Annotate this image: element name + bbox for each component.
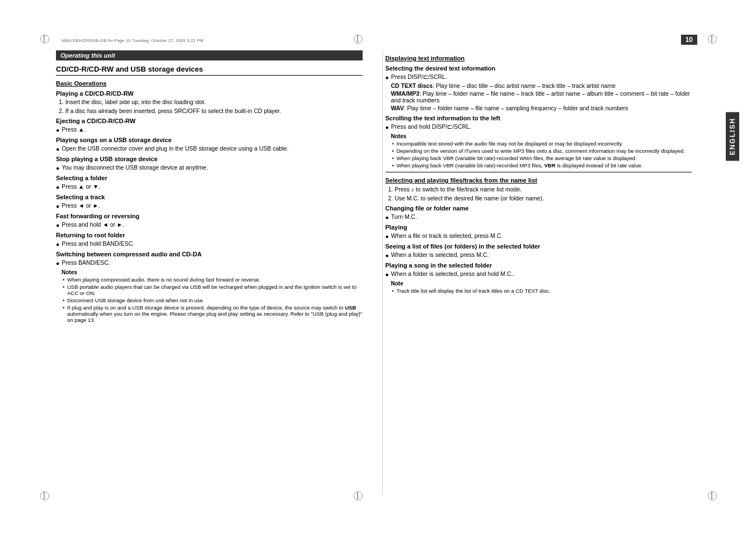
right-column: Displaying text information Selecting th… (382, 50, 692, 495)
reg-mark-tr (707, 34, 717, 44)
ejecting-cd-text: Press ▲. (62, 126, 86, 133)
bullet-dot12: ● (386, 233, 389, 240)
stop-usb-text: You may disconnect the USB storage devic… (62, 164, 208, 171)
selecting-desired-heading: Selecting the desired text information (386, 65, 692, 72)
bullet-dot9: ● (386, 74, 389, 81)
scroll-note-1: Incompatible text stored with the audio … (391, 140, 692, 147)
playing-usb-heading: Playing songs on a USB storage device (56, 137, 363, 143)
seeing-list-bullet: ● When a folder is selected, press M.C. (386, 251, 692, 259)
bullet-dot4: ● (56, 184, 59, 190)
selecting-desired-text: Press DISP/⊏/SCRL. (391, 73, 447, 81)
content-area: Operating this unit CD/CD-R/CD-RW and US… (56, 50, 692, 495)
playing-usb-bullet: ● Open the USB connector cover and plug … (56, 145, 363, 152)
changing-file-heading: Changing file or folder name (386, 205, 692, 212)
scrolling-notes: Notes Incompatible text stored with the … (391, 133, 692, 168)
wma-mp3-line: WMA/MP3: Play time – folder name – file … (386, 90, 692, 104)
bullet-dot14: ● (386, 271, 389, 278)
displaying-text-heading: Displaying text information (386, 55, 692, 62)
switching-text: Press BAND/ESC. (62, 259, 110, 266)
selecting-track-heading: Selecting a track (56, 194, 363, 200)
scrolling-bullet: ● Press and hold DISP/⊏/SCRL. (386, 123, 692, 130)
playing-song-heading: Playing a song in the selected folder (386, 262, 692, 269)
selecting-folder-heading: Selecting a folder (56, 175, 363, 181)
bullet-dot13: ● (386, 252, 389, 259)
playing-cd-step2: 2. If a disc has already been inserted, … (56, 107, 363, 114)
playing-cd-heading: Playing a CD/CD-R/CD-RW (56, 90, 363, 97)
bullet-dot2: ● (56, 146, 59, 152)
playing-text: When a file or track is selected, press … (391, 232, 503, 240)
selecting-playing-step2: 2. Use M.C. to select the desired file n… (386, 195, 692, 202)
scrolling-text: Press and hold DISP/⊏/SCRL. (391, 123, 471, 130)
note-item-2: USB portable audio players that can be c… (62, 284, 363, 296)
playing-cd-step1: 1. Insert the disc, label side up, into … (56, 99, 363, 105)
stop-usb-heading: Stop playing a USB storage device (56, 156, 363, 162)
language-tab: ENGLISH (726, 112, 739, 161)
section-header: Operating this unit (56, 50, 363, 60)
note-item-4: If plug and play is on and a USB storage… (62, 305, 363, 323)
scroll-note-4: When playing back VBR (variable bit rate… (391, 162, 692, 168)
reg-mark-tm (353, 34, 363, 44)
bullet-dot5: ● (56, 203, 59, 209)
fast-forward-text: Press and hold ◄ or ►. (62, 221, 124, 228)
scrolling-heading: Scrolling the text information to the le… (386, 115, 692, 121)
bullet-dot8: ● (56, 260, 59, 266)
bullet-dot6: ● (56, 222, 59, 228)
playing-song-note-title: Note (391, 280, 692, 287)
playing-usb-text: Open the USB connector cover and plug in… (62, 145, 288, 152)
returning-root-text: Press and hold BAND/ESC. (62, 240, 134, 247)
bullet-dot: ● (56, 127, 59, 133)
playing-song-text: When a folder is selected, press and hol… (391, 270, 515, 278)
bullet-dot11: ● (386, 214, 389, 221)
selecting-track-text: Press ◄ or ►. (62, 202, 100, 209)
wav-line: WAV: Play time – folder name – file name… (386, 105, 692, 111)
seeing-list-text: When a folder is selected, press M.C. (391, 251, 489, 259)
basic-ops-heading: Basic Operations (56, 80, 363, 87)
reg-mark-bl (39, 490, 49, 500)
scroll-note-3: When playing back VBR (variable bit rate… (391, 155, 692, 161)
left-column: Operating this unit CD/CD-R/CD-RW and US… (56, 50, 371, 495)
bullet-dot10: ● (386, 124, 389, 130)
selecting-desired-bullet: ● Press DISP/⊏/SCRL. (386, 73, 692, 81)
selecting-folder-text: Press ▲ or ▼. (62, 183, 100, 190)
selecting-playing-step1: 1. Press ♪ to switch to the file/track n… (386, 186, 692, 193)
notes-title: Notes (62, 269, 363, 275)
notes-section: Notes When playing compressed audio, the… (62, 269, 363, 323)
scroll-note-2: Depending on the version of iTunes used … (391, 148, 692, 154)
changing-file-text: Turn M.C. (391, 213, 417, 221)
ejecting-cd-heading: Ejecting a CD/CD-R/CD-RW (56, 118, 363, 124)
ejecting-cd-bullet: ● Press ▲. (56, 126, 363, 133)
note-item-3: Disconnect USB storage device from unit … (62, 297, 363, 303)
switching-bullet: ● Press BAND/ESC. (56, 259, 363, 266)
stop-usb-bullet: ● You may disconnect the USB storage dev… (56, 164, 363, 171)
selecting-folder-bullet: ● Press ▲ or ▼. (56, 183, 363, 190)
playing-song-note-text: Track title list will display the list o… (391, 288, 692, 294)
bullet-dot3: ● (56, 165, 59, 171)
note-item-1: When playing compressed audio, there is … (62, 277, 363, 283)
divider (386, 172, 692, 172)
main-heading: CD/CD-R/CD-RW and USB storage devices (56, 65, 363, 76)
page-number: 10 (681, 35, 697, 45)
selecting-track-bullet: ● Press ◄ or ►. (56, 202, 363, 209)
cd-text-line: CD TEXT discs: Play time – disc title – … (386, 82, 692, 89)
bullet-dot7: ● (56, 241, 59, 247)
returning-root-bullet: ● Press and hold BAND/ESC. (56, 240, 363, 247)
selecting-playing-heading: Selecting and playing files/tracks from … (386, 177, 692, 184)
seeing-list-heading: Seeing a list of files (or folders) in t… (386, 243, 692, 250)
fast-forward-heading: Fast forwarding or reversing (56, 213, 363, 219)
scrolling-notes-title: Notes (391, 133, 692, 139)
playing-bullet: ● When a file or track is selected, pres… (386, 232, 692, 240)
fast-forward-bullet: ● Press and hold ◄ or ►. (56, 221, 363, 228)
playing-heading: Playing (386, 224, 692, 231)
changing-file-bullet: ● Turn M.C. (386, 213, 692, 221)
returning-root-heading: Returning to root folder (56, 232, 363, 238)
reg-mark-br (707, 490, 717, 500)
playing-song-note: Note Track title list will display the l… (391, 280, 692, 294)
reg-mark-tl (39, 34, 49, 44)
playing-song-bullet: ● When a folder is selected, press and h… (386, 270, 692, 278)
switching-heading: Switching between compressed audio and C… (56, 251, 363, 257)
file-info: MAN-DEH2200UB-GB.fm Page 10 Tuesday, Oct… (62, 38, 204, 43)
